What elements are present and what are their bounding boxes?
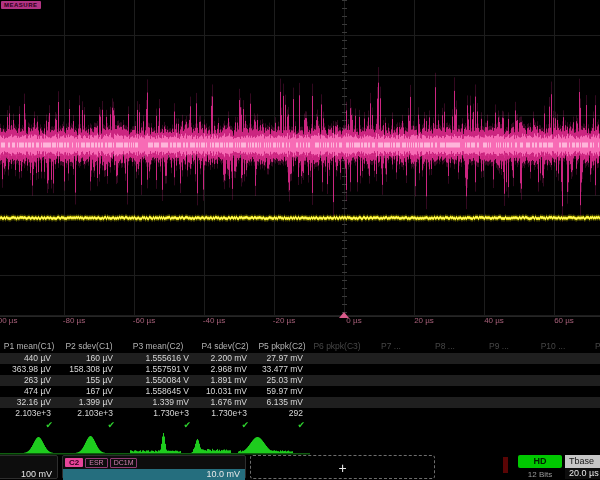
trigger-descriptor-fragment: [503, 457, 508, 473]
param-header[interactable]: P7 ...: [364, 340, 418, 353]
table-row-mean: 363.98 µV158.308 µV1.557591 V2.968 mV33.…: [0, 364, 600, 375]
c2-coupling-badge: DC1M: [110, 458, 138, 468]
table-row-max: 474 µV167 µV1.558645 V10.031 mV59.97 mV: [0, 386, 600, 397]
param-cell: 1.555616 V: [120, 353, 196, 364]
x-tick-label: -80 µs: [63, 316, 85, 325]
param-cell: 1.891 mV: [196, 375, 254, 386]
descriptor-bar: C1 DC1M 100 mV C2 ESR DC1M 10.0 mV + HD …: [0, 455, 600, 480]
oscilloscope-screen: MEASURE -100 µs-80 µs-60 µs-40 µs-20 µs0…: [0, 0, 600, 480]
param-header[interactable]: P8 ...: [418, 340, 472, 353]
add-trace-button[interactable]: +: [250, 455, 435, 479]
c1-descriptor-box[interactable]: C1 DC1M 100 mV: [0, 455, 58, 479]
table-row-num: 2.103e+32.103e+31.730e+31.730e+3292: [0, 408, 600, 419]
param-cell: 1.339 mV: [120, 397, 196, 408]
param-cell: 2.968 mV: [196, 364, 254, 375]
hd-bits-label: 12 Bits: [518, 470, 562, 479]
param-cell: 1.558645 V: [120, 386, 196, 397]
x-tick-label: 0 µs: [346, 316, 361, 325]
param-cell: 474 µV: [0, 386, 58, 397]
param-header[interactable]: P3 mean(C2): [120, 340, 196, 353]
param-cell: 363.98 µV: [0, 364, 58, 375]
param-header[interactable]: P10 ...: [526, 340, 580, 353]
param-cell: 1.557591 V: [120, 364, 196, 375]
param-cell: 160 µV: [58, 353, 120, 364]
timebase-box[interactable]: Tbase 20.0 µs: [565, 455, 600, 479]
param-cell: 1.730e+3: [120, 408, 196, 419]
param-cell: 1.676 mV: [196, 397, 254, 408]
param-header[interactable]: P4 sdev(C2): [196, 340, 254, 353]
param-cell: 263 µV: [0, 375, 58, 386]
param-cell: 25.03 mV: [254, 375, 310, 386]
param-cell: 1.550084 V: [120, 375, 196, 386]
param-cell: 292: [254, 408, 310, 419]
x-tick-label: -60 µs: [133, 316, 155, 325]
x-tick-label: 60 µs: [554, 316, 574, 325]
param-cell: 33.477 mV: [254, 364, 310, 375]
param-cell: 10.031 mV: [196, 386, 254, 397]
x-tick-label: -100 µs: [0, 316, 17, 325]
x-tick-label: 20 µs: [414, 316, 434, 325]
param-cell: 2.200 mV: [196, 353, 254, 364]
x-axis: -100 µs-80 µs-60 µs-40 µs-20 µs0 µs20 µs…: [0, 314, 600, 330]
param-cell: 2.103e+3: [58, 408, 120, 419]
hd-badge: HD: [518, 455, 562, 468]
c2-label: C2: [65, 458, 83, 467]
param-header[interactable]: P1 mean(C1): [0, 340, 58, 353]
table-row-sdev: 32.16 µV1.399 µV1.339 mV1.676 mV6.135 mV: [0, 397, 600, 408]
c2-scale-value: 10.0 mV: [63, 469, 245, 480]
param-cell: 27.97 mV: [254, 353, 310, 364]
param-header[interactable]: P11 ...: [580, 340, 600, 353]
param-cell: 167 µV: [58, 386, 120, 397]
param-cell: 2.103e+3: [0, 408, 58, 419]
param-cell: 6.135 mV: [254, 397, 310, 408]
measure-table: P1 mean(C1)P2 sdev(C1)P3 mean(C2)P4 sdev…: [0, 340, 600, 432]
c2-esr-badge: ESR: [85, 458, 107, 468]
c2-descriptor-box[interactable]: C2 ESR DC1M 10.0 mV: [62, 455, 246, 479]
grid-annotation-badge: MEASURE: [1, 1, 41, 9]
c1-scale-value: 100 mV: [0, 469, 57, 480]
param-cell: 158.308 µV: [58, 364, 120, 375]
param-cell: 440 µV: [0, 353, 58, 364]
histicon-strip: [0, 431, 312, 455]
x-tick-label: -40 µs: [203, 316, 225, 325]
timebase-label: Tbase: [565, 455, 600, 468]
timebase-value: 20.0 µs: [565, 468, 600, 479]
param-cell: 155 µV: [58, 375, 120, 386]
param-header[interactable]: P6 pkpk(C3): [310, 340, 364, 353]
x-tick-label: 40 µs: [484, 316, 504, 325]
param-cell: 32.16 µV: [0, 397, 58, 408]
param-header[interactable]: P2 sdev(C1): [58, 340, 120, 353]
param-cell: 1.399 µV: [58, 397, 120, 408]
hd-indicator: HD 12 Bits: [518, 455, 562, 479]
x-tick-label: -20 µs: [273, 316, 295, 325]
param-cell: 1.730e+3: [196, 408, 254, 419]
param-cell: 59.97 mV: [254, 386, 310, 397]
table-row-min: 263 µV155 µV1.550084 V1.891 mV25.03 mV: [0, 375, 600, 386]
param-header[interactable]: P5 pkpk(C2): [254, 340, 310, 353]
param-header[interactable]: P9 ...: [472, 340, 526, 353]
waveform-grid-display[interactable]: [0, 0, 600, 334]
table-row-value: 440 µV160 µV1.555616 V2.200 mV27.97 mV: [0, 353, 600, 364]
